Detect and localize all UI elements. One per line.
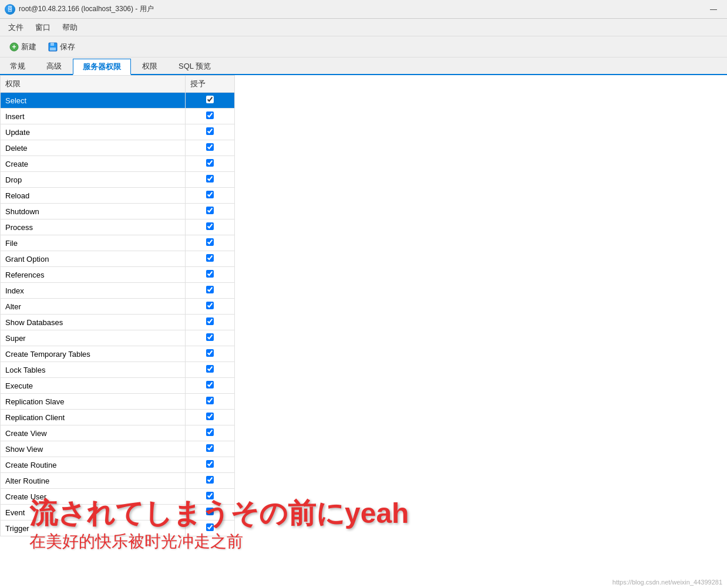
- window-controls: —: [700, 0, 727, 19]
- watermark: https://blog.csdn.net/weixin_44399281: [612, 579, 722, 586]
- permission-checkbox[interactable]: [206, 96, 214, 103]
- permission-checkbox[interactable]: [206, 143, 214, 151]
- permission-grant-cell: [186, 425, 235, 441]
- table-row[interactable]: Super: [1, 330, 235, 346]
- menu-window[interactable]: 窗口: [29, 20, 56, 35]
- permission-name: Show View: [1, 441, 186, 457]
- table-row[interactable]: Index: [1, 283, 235, 299]
- table-row[interactable]: Create Routine: [1, 457, 235, 473]
- toolbar: + 新建 保存: [0, 36, 727, 58]
- permission-grant-cell: [186, 283, 235, 299]
- permission-grant-cell: [186, 267, 235, 283]
- table-row[interactable]: Replication Slave: [1, 394, 235, 410]
- permission-checkbox[interactable]: [206, 175, 214, 183]
- table-row[interactable]: References: [1, 267, 235, 283]
- permission-checkbox[interactable]: [206, 207, 214, 214]
- permission-checkbox[interactable]: [206, 222, 214, 230]
- permission-checkbox[interactable]: [206, 365, 214, 373]
- save-icon: [48, 42, 58, 52]
- menu-bar: 文件 窗口 帮助: [0, 19, 727, 36]
- permission-name: Process: [1, 219, 186, 235]
- permission-checkbox[interactable]: [206, 492, 214, 499]
- permission-checkbox[interactable]: [206, 397, 214, 404]
- permission-checkbox[interactable]: [206, 111, 214, 119]
- permission-checkbox[interactable]: [206, 508, 214, 515]
- permission-checkbox[interactable]: [206, 317, 214, 325]
- new-icon: +: [9, 42, 19, 52]
- table-row[interactable]: Create User: [1, 489, 235, 505]
- tab-sql-preview[interactable]: SQL 预览: [169, 58, 221, 74]
- table-row[interactable]: Show View: [1, 441, 235, 457]
- main-content: 权限 授予 SelectInsertUpdateDeleteCreateDrop…: [0, 75, 727, 588]
- permission-checkbox[interactable]: [206, 413, 214, 420]
- permission-grant-cell: [186, 93, 235, 109]
- permission-checkbox[interactable]: [206, 476, 214, 484]
- table-row[interactable]: Alter Routine: [1, 473, 235, 489]
- table-row[interactable]: Create Temporary Tables: [1, 346, 235, 362]
- permission-name: Alter: [1, 299, 186, 315]
- table-row[interactable]: Update: [1, 124, 235, 140]
- table-row[interactable]: Create View: [1, 425, 235, 441]
- table-row[interactable]: Show Databases: [1, 315, 235, 330]
- permission-checkbox[interactable]: [206, 286, 214, 293]
- menu-help[interactable]: 帮助: [56, 20, 83, 35]
- table-row[interactable]: Select: [1, 93, 235, 109]
- table-row[interactable]: Process: [1, 219, 235, 235]
- permission-checkbox[interactable]: [206, 444, 214, 452]
- permission-grant-cell: [186, 441, 235, 457]
- tab-advanced[interactable]: 高级: [36, 58, 72, 74]
- permission-grant-cell: [186, 188, 235, 204]
- table-row[interactable]: Trigger: [1, 521, 235, 536]
- permission-checkbox[interactable]: [206, 428, 214, 436]
- new-button[interactable]: + 新建: [5, 40, 41, 54]
- tab-bar: 常规 高级 服务器权限 权限 SQL 预览: [0, 58, 727, 75]
- permission-checkbox[interactable]: [206, 460, 214, 468]
- permission-checkbox[interactable]: [206, 523, 214, 531]
- table-row[interactable]: Create: [1, 156, 235, 172]
- tab-general[interactable]: 常规: [0, 58, 35, 74]
- permission-grant-cell: [186, 172, 235, 188]
- minimize-button[interactable]: —: [700, 0, 727, 19]
- permission-checkbox[interactable]: [206, 191, 214, 198]
- permission-grant-cell: [186, 204, 235, 219]
- table-row[interactable]: Shutdown: [1, 204, 235, 219]
- permission-checkbox[interactable]: [206, 238, 214, 246]
- table-row[interactable]: Reload: [1, 188, 235, 204]
- permission-name: Create Routine: [1, 457, 186, 473]
- permission-name: Drop: [1, 172, 186, 188]
- permission-grant-cell: [186, 489, 235, 505]
- permission-name: Replication Slave: [1, 394, 186, 410]
- permission-checkbox[interactable]: [206, 349, 214, 357]
- permission-grant-cell: [186, 378, 235, 394]
- permission-name: References: [1, 267, 186, 283]
- table-row[interactable]: Alter: [1, 299, 235, 315]
- tab-perms[interactable]: 权限: [132, 58, 167, 74]
- table-row[interactable]: Execute: [1, 378, 235, 394]
- permission-checkbox[interactable]: [206, 159, 214, 167]
- permission-checkbox[interactable]: [206, 254, 214, 262]
- table-row[interactable]: Grant Option: [1, 251, 235, 267]
- permissions-table: 权限 授予 SelectInsertUpdateDeleteCreateDrop…: [0, 75, 235, 536]
- col-header-grant: 授予: [186, 76, 235, 93]
- permission-name: Delete: [1, 140, 186, 156]
- permission-checkbox[interactable]: [206, 270, 214, 278]
- table-row[interactable]: Replication Client: [1, 410, 235, 425]
- table-row[interactable]: Drop: [1, 172, 235, 188]
- permission-name: Create Temporary Tables: [1, 346, 186, 362]
- table-row[interactable]: Insert: [1, 109, 235, 124]
- permission-grant-cell: [186, 505, 235, 521]
- save-button[interactable]: 保存: [43, 40, 80, 54]
- permission-checkbox[interactable]: [206, 127, 214, 135]
- tab-server-perms[interactable]: 服务器权限: [73, 59, 131, 75]
- table-row[interactable]: Lock Tables: [1, 362, 235, 378]
- permission-grant-cell: [186, 410, 235, 425]
- table-row[interactable]: Event: [1, 505, 235, 521]
- permission-checkbox[interactable]: [206, 302, 214, 309]
- app-icon: 🗄: [5, 4, 15, 15]
- permission-checkbox[interactable]: [206, 381, 214, 388]
- menu-file[interactable]: 文件: [2, 20, 29, 35]
- table-row[interactable]: Delete: [1, 140, 235, 156]
- table-row[interactable]: File: [1, 235, 235, 251]
- permission-checkbox[interactable]: [206, 333, 214, 341]
- permission-grant-cell: [186, 219, 235, 235]
